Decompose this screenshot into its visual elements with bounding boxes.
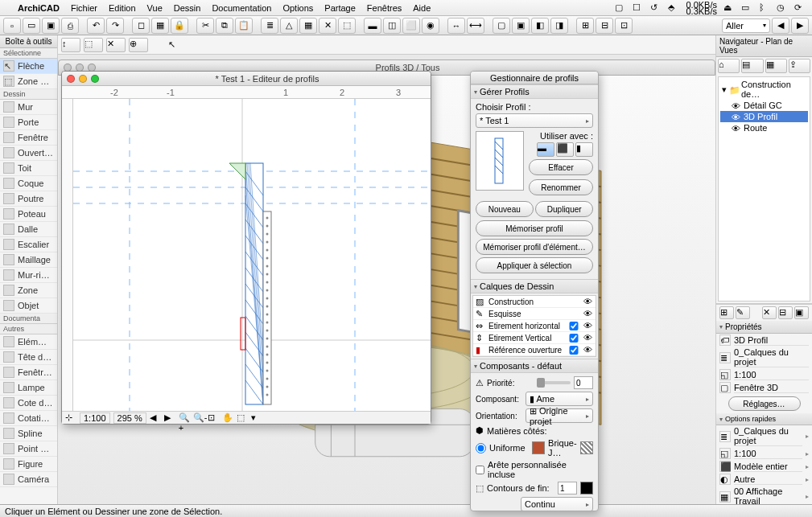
zoom-prev-icon[interactable]: ◀ <box>150 412 161 424</box>
visibility-icon[interactable]: 👁 <box>582 321 593 330</box>
toolbox-section-doc[interactable]: Documenta <box>0 314 57 324</box>
tool-camera[interactable]: ◉ <box>422 18 439 34</box>
menu-documentation[interactable]: Documentation <box>212 3 271 13</box>
tool-view4[interactable]: ◨ <box>550 18 568 34</box>
origin-icon[interactable]: ⊹ <box>65 412 76 424</box>
arete-checkbox[interactable] <box>476 466 484 474</box>
tool-escalier[interactable]: Escalier <box>0 237 57 252</box>
tool-coque[interactable]: Coque <box>0 176 57 191</box>
reglages-button[interactable]: Réglages… <box>728 396 801 411</box>
display-icon[interactable]: ▭ <box>741 2 752 14</box>
prop-btn-5[interactable]: ▣ <box>794 306 809 319</box>
tool-lampe[interactable]: Lampe <box>0 380 57 396</box>
profile-select[interactable]: * Test 1 <box>476 113 593 128</box>
menu-edition[interactable]: Edition <box>109 3 136 13</box>
prop-btn-2[interactable]: ✎ <box>736 306 750 319</box>
menu-dessin[interactable]: Dessin <box>174 3 201 13</box>
tool-section[interactable]: ◫ <box>383 18 401 34</box>
close-icon[interactable] <box>67 75 75 83</box>
tool-porte[interactable]: Porte <box>0 115 57 130</box>
zoom-icon[interactable] <box>91 75 99 83</box>
nav-tab-project[interactable]: ⌂ <box>718 59 740 73</box>
section-gerer-profils[interactable]: Gérer Profils <box>471 84 598 99</box>
tool-maillage[interactable]: Maillage <box>0 252 57 268</box>
prop-scale[interactable]: ◱1:100 <box>716 368 812 381</box>
tool-zone[interactable]: Zone <box>0 283 57 298</box>
layer-etirement-h[interactable]: ⇔Etirement horizontal👁 <box>473 320 596 332</box>
tool-nav3[interactable]: ⊡ <box>615 18 633 34</box>
tool-select-mode[interactable]: ◻ <box>132 18 150 34</box>
tool-trace[interactable]: ⬚ <box>338 18 356 34</box>
quick-scale[interactable]: ◱1:100▸ <box>716 447 812 460</box>
zoom-in-icon[interactable]: 🔍+ <box>179 412 190 424</box>
tool-paste[interactable]: 📋 <box>235 18 253 34</box>
scale-display[interactable]: 1:100 <box>80 412 110 424</box>
tool-roof[interactable]: △ <box>280 18 298 34</box>
profile-canvas[interactable] <box>73 99 431 411</box>
section-calques[interactable]: Calques de Dessin <box>471 279 598 293</box>
tool-arrow[interactable]: ↖Flèche <box>0 59 57 74</box>
section-composants[interactable]: Composants - défaut <box>471 359 598 373</box>
toolbox-section-autres[interactable]: Autres <box>0 324 57 334</box>
nav-tab-publisher[interactable]: ⇪ <box>789 59 810 73</box>
menu-fichier[interactable]: Fichier <box>71 3 97 13</box>
visibility-icon[interactable]: 👁 <box>582 297 593 306</box>
dupliquer-button[interactable]: Dupliquer <box>535 201 593 217</box>
priorite-input[interactable] <box>574 376 593 389</box>
visibility-icon[interactable]: 👁 <box>582 309 593 318</box>
tool-redo[interactable]: ↷ <box>106 18 124 34</box>
fit-icon[interactable]: ⊡ <box>208 412 219 424</box>
tool-camera2[interactable]: Caméra <box>0 472 57 487</box>
minimize-icon[interactable] <box>79 75 87 83</box>
tool-objet[interactable]: Objet <box>0 298 57 314</box>
tool-figure[interactable]: Figure <box>0 457 57 472</box>
layer-esquisse[interactable]: ✎Esquisse👁 <box>473 308 596 320</box>
composant-select[interactable]: ▮ Ame <box>526 392 593 406</box>
layer-etirement-v[interactable]: ⇕Etirement Vertical👁 <box>473 332 596 344</box>
menu-options[interactable]: Options <box>282 3 313 13</box>
tool-dim-tool[interactable]: ⟷ <box>467 18 484 34</box>
uniforme-radio[interactable] <box>476 443 486 453</box>
tool-print[interactable]: ⎙ <box>61 18 79 34</box>
use-wall-button[interactable]: ▬ <box>537 142 554 157</box>
tool-save[interactable]: ▣ <box>42 18 60 34</box>
bluetooth-icon[interactable]: ᛒ <box>759 2 770 14</box>
tool-fenetre2[interactable]: Fenêtr… <box>0 365 57 380</box>
tool-ouverture[interactable]: Ouvert… <box>0 146 57 161</box>
tree-root[interactable]: ▾📁Construction de… <box>720 79 808 100</box>
tool-measure[interactable]: ↔ <box>447 18 465 34</box>
tool-cut[interactable]: ✂ <box>196 18 214 34</box>
zoom-next-icon[interactable]: ▶ <box>164 412 175 424</box>
tree-route[interactable]: 👁Route <box>720 122 808 133</box>
menu-vue[interactable]: Vue <box>147 3 163 13</box>
nouveau-button[interactable]: Nouveau <box>476 201 534 217</box>
tool-nav1[interactable]: ⊞ <box>576 18 594 34</box>
infobox-mode4[interactable]: ⊕ <box>129 38 148 52</box>
quick-autre[interactable]: ◐Autre▸ <box>716 473 812 486</box>
quick-options-title[interactable]: Options rapides <box>716 413 812 425</box>
material-swatch[interactable] <box>532 441 545 454</box>
visibility-icon[interactable]: 👁 <box>582 345 593 355</box>
quick-model[interactable]: ⬛Modèle entier▸ <box>716 460 812 473</box>
use-beam-button[interactable]: ⬛ <box>556 142 574 157</box>
orientation-select[interactable]: ⊞ Origine projet <box>526 408 593 423</box>
tool-toit[interactable]: Toit <box>0 161 57 176</box>
pan-icon[interactable]: ✋ <box>222 412 233 424</box>
tool-new[interactable]: ▫ <box>3 18 21 34</box>
profile-editor-titlebar[interactable]: * Test 1 - Editeur de profils <box>62 72 431 86</box>
zoom-display[interactable]: 295 % <box>113 412 146 424</box>
linestyle-select[interactable]: Continu <box>521 497 593 511</box>
tool-copy[interactable]: ⧉ <box>216 18 233 34</box>
profile-manager-title[interactable]: Gestionnaire de profils <box>471 72 598 84</box>
clock-icon[interactable]: ◷ <box>777 2 788 14</box>
nav-tab-views[interactable]: ▤ <box>741 59 763 73</box>
contours-fin-input[interactable] <box>558 482 577 494</box>
tool-spline[interactable]: Spline <box>0 426 57 441</box>
tool-tete[interactable]: Tête d… <box>0 350 57 365</box>
infobox-mode1[interactable]: ↕ <box>61 38 80 52</box>
tool-view2[interactable]: ▣ <box>512 18 530 34</box>
shield-icon[interactable]: ⬘ <box>668 2 679 14</box>
refresh-icon[interactable]: ⟳ <box>794 2 806 14</box>
screenshot-icon[interactable]: ▢ <box>615 2 626 14</box>
hatch-swatch[interactable] <box>580 441 593 454</box>
